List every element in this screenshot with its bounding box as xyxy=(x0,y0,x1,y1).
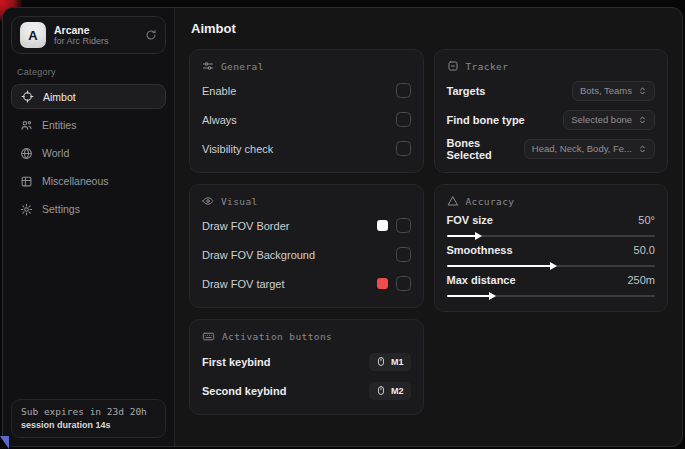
always-checkbox[interactable] xyxy=(396,112,411,127)
targets-dropdown[interactable]: Bots, Teams xyxy=(572,81,655,101)
slider-max-distance: Max distance 250m xyxy=(447,274,656,297)
sidebar-item-aimbot[interactable]: Aimbot xyxy=(11,84,166,109)
sidebar-item-miscellaneous[interactable]: Miscellaneous xyxy=(11,169,166,193)
sliders-icon xyxy=(202,60,214,72)
setting-row-visibility-check: Visibility check xyxy=(202,136,411,161)
tracker-row-bone-type: Find bone type Selected bone xyxy=(447,107,656,132)
mouse-cursor xyxy=(0,436,9,449)
session-duration: session duration 14s xyxy=(21,420,156,430)
tracker-card-header: Tracker xyxy=(447,60,656,72)
setting-label: Draw FOV Border xyxy=(202,220,289,232)
app-name: Arcane xyxy=(54,24,137,36)
slider-fill xyxy=(447,265,551,267)
mouse-icon xyxy=(376,385,386,396)
accuracy-card: Accuracy FOV size 50° xyxy=(434,184,669,312)
refresh-icon[interactable] xyxy=(145,29,157,41)
keybind-label: Second keybind xyxy=(202,385,286,397)
slider-value: 250m xyxy=(627,274,655,286)
chevron-up-down-icon xyxy=(638,144,647,154)
tracker-label: Bones Selected xyxy=(447,137,524,161)
activation-card-title: Activation buttons xyxy=(222,331,332,342)
setting-row-fov-border: Draw FOV Border xyxy=(202,213,411,238)
dropdown-value: Head, Neck, Body, Fe... xyxy=(532,143,632,154)
chevron-up-down-icon xyxy=(638,115,647,125)
setting-label: Visibility check xyxy=(202,143,273,155)
tracker-card-title: Tracker xyxy=(466,61,509,72)
app-window: A Arcane for Arc Riders Category Aim xyxy=(2,7,683,447)
tracker-row-targets: Targets Bots, Teams xyxy=(447,78,656,103)
fov-border-checkbox[interactable] xyxy=(396,218,411,233)
bone-type-dropdown[interactable]: Selected bone xyxy=(563,110,655,130)
slider-head: Smoothness 50.0 xyxy=(447,244,656,256)
app-title-block: Arcane for Arc Riders xyxy=(54,24,137,46)
fov-background-checkbox[interactable] xyxy=(396,247,411,262)
second-keybind-button[interactable]: M2 xyxy=(369,382,411,400)
accuracy-card-title: Accuracy xyxy=(466,196,515,207)
tracker-card: Tracker Targets Bots, Teams xyxy=(434,49,669,173)
sidebar: A Arcane for Arc Riders Category Aim xyxy=(3,8,175,446)
visual-card: Visual Draw FOV Border Draw FOV Backgrou… xyxy=(189,184,424,308)
setting-row-fov-background: Draw FOV Background xyxy=(202,242,411,267)
scan-icon xyxy=(447,60,459,72)
mouse-icon xyxy=(376,356,386,367)
slider-value: 50° xyxy=(638,214,655,226)
page-title: Aimbot xyxy=(191,21,666,36)
general-card-header: General xyxy=(202,60,411,72)
sub-expiry: Sub expires in 23d 20h xyxy=(21,406,156,417)
color-swatch-white[interactable] xyxy=(377,220,388,231)
slider-thumb[interactable] xyxy=(475,232,482,240)
grid-icon xyxy=(20,175,33,188)
sidebar-item-label: Entities xyxy=(42,119,76,131)
enable-checkbox[interactable] xyxy=(396,83,411,98)
bones-selected-dropdown[interactable]: Head, Neck, Body, Fe... xyxy=(524,139,655,159)
keybind-value: M1 xyxy=(391,357,404,367)
app-tagline: for Arc Riders xyxy=(54,36,137,46)
sidebar-item-entities[interactable]: Entities xyxy=(11,113,166,137)
slider-head: FOV size 50° xyxy=(447,214,656,226)
max-distance-slider[interactable] xyxy=(447,295,656,297)
setting-label: Enable xyxy=(202,85,236,97)
slider-label: Max distance xyxy=(447,274,516,286)
keybind-row-second: Second keybind M2 xyxy=(202,378,411,403)
visibility-check-checkbox[interactable] xyxy=(396,141,411,156)
sidebar-item-settings[interactable]: Settings xyxy=(11,197,166,221)
visual-card-title: Visual xyxy=(221,196,258,207)
smoothness-slider[interactable] xyxy=(447,265,656,267)
main-header: Aimbot xyxy=(175,8,682,48)
sidebar-nav: Aimbot Entities World xyxy=(11,84,166,221)
keyboard-icon xyxy=(202,330,215,343)
slider-thumb[interactable] xyxy=(489,292,496,300)
fov-target-checkbox[interactable] xyxy=(396,276,411,291)
entities-icon xyxy=(20,119,33,132)
content-grid: General Enable Always Visibility check xyxy=(175,48,682,427)
keybind-row-first: First keybind M1 xyxy=(202,349,411,374)
color-swatch-red[interactable] xyxy=(377,278,388,289)
first-keybind-button[interactable]: M1 xyxy=(369,353,411,371)
activation-card: Activation buttons First keybind M1 xyxy=(189,319,424,415)
crosshair-icon xyxy=(21,90,34,103)
dropdown-value: Selected bone xyxy=(571,114,632,125)
category-label: Category xyxy=(17,67,160,77)
fov-size-slider[interactable] xyxy=(447,235,656,237)
slider-thumb[interactable] xyxy=(550,262,557,270)
slider-smoothness: Smoothness 50.0 xyxy=(447,244,656,267)
right-column: Tracker Targets Bots, Teams xyxy=(434,49,669,312)
dropdown-value: Bots, Teams xyxy=(580,85,632,96)
tracker-label: Find bone type xyxy=(447,114,525,126)
setting-row-fov-target: Draw FOV target xyxy=(202,271,411,296)
general-card: General Enable Always Visibility check xyxy=(189,49,424,173)
row-controls xyxy=(396,247,411,262)
sidebar-item-label: World xyxy=(42,147,69,159)
sidebar-item-world[interactable]: World xyxy=(11,141,166,165)
tracker-row-bones-selected: Bones Selected Head, Neck, Body, Fe... xyxy=(447,136,656,161)
slider-label: FOV size xyxy=(447,214,493,226)
triangle-icon xyxy=(447,195,459,207)
slider-value: 50.0 xyxy=(634,244,655,256)
gear-icon xyxy=(20,203,33,216)
slider-fov-size: FOV size 50° xyxy=(447,214,656,237)
main-area: Aimbot General Enable xyxy=(175,8,682,446)
tracker-label: Targets xyxy=(447,85,486,97)
slider-fill xyxy=(447,235,476,237)
setting-row-enable: Enable xyxy=(202,78,411,103)
sidebar-item-label: Miscellaneous xyxy=(42,175,109,187)
